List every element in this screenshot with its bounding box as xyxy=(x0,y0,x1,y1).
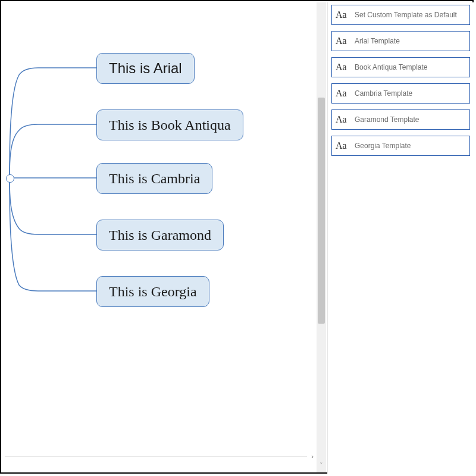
template-label: Book Antiqua Template xyxy=(355,63,466,71)
aa-icon: Aa xyxy=(336,114,355,125)
scroll-down-arrow-icon[interactable]: ˇ xyxy=(317,461,326,470)
template-label: Arial Template xyxy=(355,37,466,45)
horizontal-scrollbar[interactable]: › xyxy=(5,452,317,461)
node-label: This is Book Antiqua xyxy=(109,117,231,133)
node-cambria[interactable]: This is Cambria xyxy=(96,163,212,194)
app-frame: This is Arial This is Book Antiqua This … xyxy=(0,0,474,474)
aa-icon: Aa xyxy=(336,62,355,73)
template-garamond[interactable]: Aa Garamond Template xyxy=(331,109,470,130)
node-book-antiqua[interactable]: This is Book Antiqua xyxy=(96,109,243,140)
aa-icon: Aa xyxy=(336,36,355,46)
h-scroll-track xyxy=(5,456,307,457)
node-label: This is Garamond xyxy=(109,227,211,243)
v-scroll-thumb[interactable] xyxy=(318,98,325,324)
mindmap-canvas[interactable]: This is Arial This is Book Antiqua This … xyxy=(2,2,317,462)
node-garamond[interactable]: This is Garamond xyxy=(96,220,224,250)
template-book-antiqua[interactable]: Aa Book Antiqua Template xyxy=(331,57,470,77)
template-panel: Aa Set Custom Template as Default Aa Ari… xyxy=(327,2,474,474)
template-label: Cambria Template xyxy=(355,89,466,98)
node-arial[interactable]: This is Arial xyxy=(96,53,195,84)
vertical-scrollbar[interactable]: ˇ xyxy=(317,2,326,472)
node-label: This is Georgia xyxy=(109,284,197,300)
node-label: This is Cambria xyxy=(109,171,200,187)
template-set-default[interactable]: Aa Set Custom Template as Default xyxy=(331,5,470,25)
aa-icon: Aa xyxy=(336,10,355,20)
node-georgia[interactable]: This is Georgia xyxy=(96,276,209,307)
root-node[interactable] xyxy=(6,174,14,183)
node-label: This is Arial xyxy=(109,60,182,77)
aa-icon: Aa xyxy=(336,88,355,99)
template-label: Georgia Template xyxy=(355,142,466,150)
aa-icon: Aa xyxy=(336,140,355,151)
template-label: Set Custom Template as Default xyxy=(355,11,466,19)
template-label: Garamond Template xyxy=(355,115,466,124)
template-arial[interactable]: Aa Arial Template xyxy=(331,31,470,51)
template-georgia[interactable]: Aa Georgia Template xyxy=(331,136,470,156)
scroll-right-arrow-icon[interactable]: › xyxy=(308,453,317,460)
template-cambria[interactable]: Aa Cambria Template xyxy=(331,83,470,104)
